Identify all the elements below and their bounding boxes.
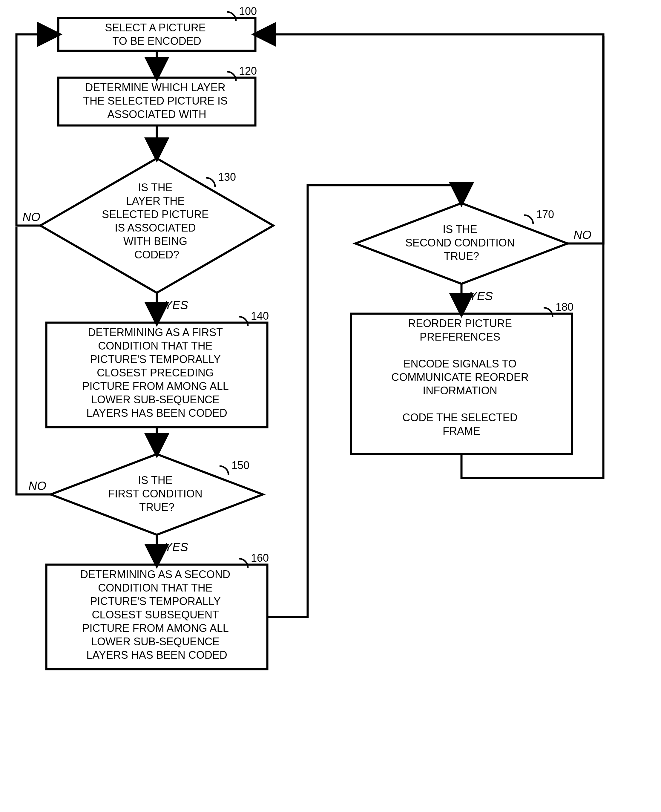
svg-text:160: 160 bbox=[251, 552, 269, 564]
node-130: IS THE LAYER THE SELECTED PICTURE IS ASS… bbox=[40, 158, 273, 293]
svg-text:DETERMINING AS A FIRST
    CON: DETERMINING AS A FIRST CONDITION THAT TH… bbox=[83, 326, 232, 419]
node-160: DETERMINING AS A SECOND CONDITION THAT T… bbox=[46, 552, 269, 669]
svg-text:120: 120 bbox=[239, 65, 257, 77]
flowchart: SELECT A PICTURE TO BE ENCODED 100 DETER… bbox=[0, 0, 661, 812]
label-150-no: NO bbox=[29, 479, 46, 492]
svg-text:180: 180 bbox=[556, 301, 573, 313]
node-100: SELECT A PICTURE TO BE ENCODED 100 bbox=[58, 5, 257, 51]
label-170-no: NO bbox=[573, 228, 591, 241]
node-180: REORDER PICTURE PREFERENCES ENCODE SIGNA… bbox=[351, 301, 573, 454]
node-150: IS THE FIRST CONDITION TRUE? 150 bbox=[51, 454, 263, 535]
node-170: IS THE SECOND CONDITION TRUE? 170 bbox=[356, 203, 567, 284]
svg-text:150: 150 bbox=[232, 459, 249, 472]
svg-text:100: 100 bbox=[239, 5, 257, 17]
label-130-yes: YES bbox=[164, 299, 188, 312]
label-130-no: NO bbox=[22, 210, 40, 224]
svg-text:170: 170 bbox=[536, 208, 554, 221]
svg-text:130: 130 bbox=[218, 171, 236, 183]
edge-170-no-loop bbox=[567, 36, 604, 243]
svg-text:140: 140 bbox=[251, 310, 269, 322]
label-170-yes: YES bbox=[469, 289, 493, 303]
svg-text:DETERMINING AS A SECOND
    CO: DETERMINING AS A SECOND CONDITION THAT T… bbox=[80, 568, 233, 661]
edge-130-no-loop bbox=[16, 34, 58, 225]
node-140: DETERMINING AS A FIRST CONDITION THAT TH… bbox=[46, 310, 269, 427]
label-150-yes: YES bbox=[164, 540, 188, 553]
